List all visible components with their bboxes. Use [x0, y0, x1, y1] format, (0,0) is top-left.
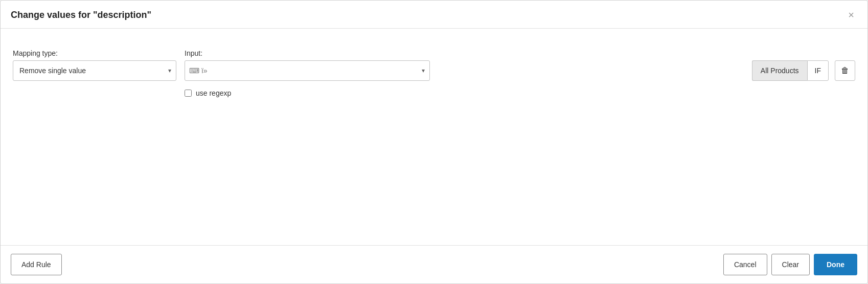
footer-right: Cancel Clear Done: [723, 254, 857, 275]
input-group: Input: ⌨ ï» ▾: [185, 49, 430, 81]
mapping-type-select-wrapper: Remove single value ▾: [13, 60, 176, 81]
dialog-title: Change values for "description": [11, 10, 151, 20]
add-rule-button[interactable]: Add Rule: [11, 254, 62, 275]
mapping-type-group: Mapping type: Remove single value ▾: [13, 49, 176, 81]
if-button[interactable]: IF: [807, 60, 829, 81]
use-regexp-checkbox[interactable]: [185, 90, 192, 97]
condition-buttons: All Products IF 🗑: [752, 60, 855, 81]
dialog-footer: Add Rule Cancel Clear Done: [1, 245, 867, 283]
use-regexp-label: use regexp: [196, 89, 231, 97]
mapping-type-select[interactable]: Remove single value: [13, 60, 176, 81]
input-select-wrapper: ⌨ ï» ▾: [185, 60, 430, 81]
clear-button[interactable]: Clear: [771, 254, 810, 275]
cancel-button[interactable]: Cancel: [723, 254, 767, 275]
mapping-type-label: Mapping type:: [13, 49, 176, 57]
dialog-body: Mapping type: Remove single value ▾ Inpu…: [1, 29, 867, 245]
input-label: Input:: [185, 49, 430, 57]
done-button[interactable]: Done: [814, 254, 857, 275]
all-products-button[interactable]: All Products: [752, 60, 807, 81]
dialog-header: Change values for "description" ×: [1, 1, 867, 29]
trash-icon: 🗑: [841, 66, 849, 75]
dialog: Change values for "description" × Mappin…: [0, 0, 868, 284]
rule-row: Mapping type: Remove single value ▾ Inpu…: [13, 49, 855, 81]
checkbox-row: use regexp: [185, 89, 855, 97]
close-button[interactable]: ×: [845, 9, 857, 21]
input-select[interactable]: ⌨ ï»: [185, 60, 430, 81]
delete-rule-button[interactable]: 🗑: [835, 60, 855, 81]
footer-left: Add Rule: [11, 254, 62, 275]
